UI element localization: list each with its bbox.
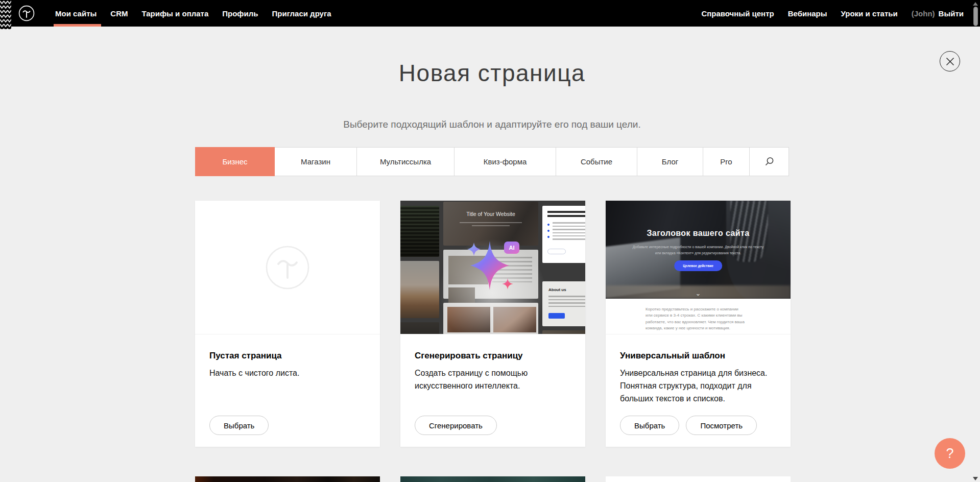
search-icon: [764, 157, 774, 166]
tab-blog[interactable]: Блог: [637, 147, 703, 176]
chevron-down-icon: ⌄: [606, 290, 791, 297]
top-navbar: Мои сайты CRM Тарифы и оплата Профиль Пр…: [0, 0, 980, 27]
page-title: Новая страница: [195, 59, 789, 87]
collage-heading-lines: [547, 211, 585, 217]
card-title: Пустая страница: [209, 351, 282, 361]
blank-page-preview[interactable]: [195, 201, 380, 334]
logout-link[interactable]: Выйти: [939, 9, 964, 18]
scrollbar-down-arrow[interactable]: [973, 477, 978, 480]
next-row-card-preview[interactable]: [195, 476, 380, 482]
help-button[interactable]: ?: [935, 438, 965, 469]
generate-button[interactable]: Сгенерировать: [415, 416, 497, 435]
preview-paragraph: Коротко представьтесь и расскажите о ком…: [646, 306, 746, 332]
ai-sparkle-icon: [447, 230, 534, 307]
card-actions: Выбрать Посмотреть: [620, 416, 757, 435]
question-mark-icon: ?: [946, 446, 953, 462]
card-universal-template: Заголовок вашего сайта Добавьте интересн…: [606, 201, 791, 447]
ai-generate-preview[interactable]: Title of Your Website: [400, 201, 585, 334]
card-description: Универсальная страница для бизнеса. Поня…: [620, 367, 777, 405]
scrollbar[interactable]: [971, 0, 980, 482]
tab-multilink[interactable]: Мультиссылка: [357, 147, 455, 176]
card-title: Универсальный шаблон: [620, 351, 725, 361]
template-cards-row: Пустая страница Начать с чистого листа. …: [195, 201, 791, 447]
template-category-tabs: Бизнес Магазин Мультиссылка Квиз-форма С…: [195, 147, 789, 176]
card-description: Создать страницу с помощью искусственног…: [415, 367, 572, 393]
close-button[interactable]: [940, 51, 960, 71]
nav-item-tariffs[interactable]: Тарифы и оплата: [141, 0, 208, 27]
close-icon: [946, 57, 954, 66]
blank-page-info: Пустая страница Начать с чистого листа. …: [195, 334, 380, 446]
main-content: Новая страница Выберите подходящий шабло…: [195, 0, 789, 482]
card-blank-page: Пустая страница Начать с чистого листа. …: [195, 201, 380, 447]
user-name: (John): [912, 9, 935, 18]
nav-left-menu: Мои сайты CRM Тарифы и оплата Профиль Пр…: [55, 0, 331, 27]
collage-site-title: Title of Your Website: [443, 211, 538, 217]
nav-item-my-sites[interactable]: Мои сайты: [55, 0, 97, 27]
tab-quiz-form[interactable]: Квиз-форма: [455, 147, 556, 176]
nav-item-lessons[interactable]: Уроки и статьи: [841, 9, 898, 18]
nav-item-webinars[interactable]: Вебинары: [788, 9, 827, 18]
tilda-logo[interactable]: [18, 5, 35, 21]
nav-item-crm[interactable]: CRM: [110, 0, 128, 27]
card-ai-generate: Title of Your Website: [400, 201, 585, 447]
user-group: (John) Выйти: [912, 9, 964, 18]
tab-shop[interactable]: Магазин: [275, 147, 357, 176]
select-button[interactable]: Выбрать: [620, 416, 679, 435]
next-row-card-preview[interactable]: [606, 476, 791, 482]
card-actions: Выбрать: [209, 416, 269, 435]
preview-hero-section: Заголовок вашего сайта Добавьте интересн…: [606, 201, 791, 299]
tab-business[interactable]: Бизнес: [195, 147, 275, 176]
next-row-card-preview[interactable]: [400, 476, 585, 482]
select-button[interactable]: Выбрать: [209, 416, 269, 435]
card-title: Сгенерировать страницу: [415, 351, 523, 361]
universal-template-info: Универсальный шаблон Универсальная стран…: [606, 334, 791, 446]
scrollbar-thumb[interactable]: [973, 7, 978, 26]
ai-badge: AI: [504, 242, 519, 254]
tab-event[interactable]: Событие: [556, 147, 637, 176]
scrollbar-up-arrow[interactable]: [973, 2, 978, 6]
preview-cta-button: Целевое действие: [674, 260, 722, 271]
preview-subtext: Добавьте интересные подробности о вашей …: [630, 244, 766, 256]
next-row-cards: [195, 476, 791, 482]
universal-template-preview[interactable]: Заголовок вашего сайта Добавьте интересн…: [606, 201, 791, 334]
preview-heading: Заголовок вашего сайта: [606, 229, 791, 238]
zigzag-decoration: [0, 0, 11, 29]
tab-pro[interactable]: Pro: [703, 147, 750, 176]
nav-item-help-center[interactable]: Справочный центр: [701, 9, 774, 18]
nav-item-profile[interactable]: Профиль: [222, 0, 258, 27]
nav-right-menu: Справочный центр Вебинары Уроки и статьи…: [701, 0, 964, 27]
preview-text-section: Коротко представьтесь и расскажите о ком…: [606, 299, 791, 334]
collage-subline: [460, 222, 522, 223]
preview-button[interactable]: Посмотреть: [686, 416, 757, 435]
ai-generate-info: Сгенерировать страницу Создать страницу …: [400, 334, 585, 446]
page-subtitle: Выберите подходящий шаблон и адаптируйте…: [195, 119, 789, 130]
ghost-tilda-logo: [265, 245, 310, 290]
website-collage: Title of Your Website: [400, 201, 585, 334]
nav-item-invite-friend[interactable]: Пригласи друга: [272, 0, 331, 27]
card-actions: Сгенерировать: [415, 416, 497, 435]
card-description: Начать с чистого листа.: [209, 367, 367, 380]
tab-search[interactable]: [750, 147, 789, 176]
